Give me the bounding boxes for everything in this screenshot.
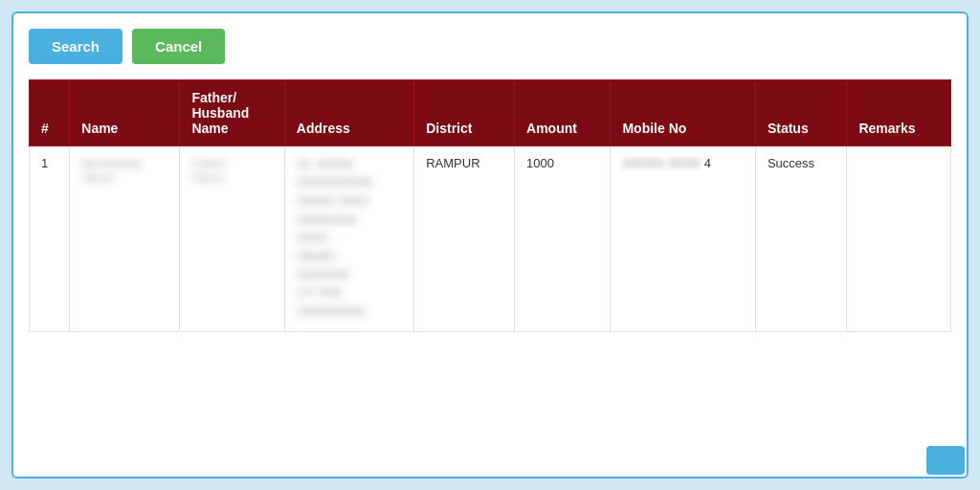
cell-status: Success	[755, 146, 847, 332]
col-header-father-husband: Father/HusbandName	[180, 80, 284, 146]
bottom-right-widget[interactable]	[926, 446, 965, 475]
col-header-remarks: Remarks	[847, 80, 951, 146]
cell-mobile: XXXXX XXXX 4	[611, 146, 755, 332]
cell-amount: 1000	[515, 146, 611, 332]
toolbar: Search Cancel	[29, 29, 951, 64]
cell-num: 1	[30, 146, 70, 332]
cell-father-husband: FatherName	[180, 146, 284, 332]
results-table: # Name Father/HusbandName Address Distri…	[29, 79, 951, 332]
cell-name: BeneficiaryName	[70, 146, 180, 332]
col-header-mobile: Mobile No	[611, 80, 755, 146]
cell-address: 10, XXXXX XXXXXXXXXX XXXXX XXXX XXXXXXXX…	[284, 146, 413, 332]
col-header-district: District	[414, 80, 515, 146]
table-header-row: # Name Father/HusbandName Address Distri…	[30, 80, 951, 146]
col-header-name: Name	[70, 80, 180, 146]
col-header-amount: Amount	[515, 80, 611, 146]
col-header-status: Status	[755, 80, 847, 146]
cell-district: RAMPUR	[414, 146, 515, 332]
table-row: 1 BeneficiaryName FatherName 10, XXXXX X…	[30, 146, 951, 332]
col-header-address: Address	[284, 80, 413, 146]
main-container: Search Cancel # Name Father/HusbandName …	[11, 11, 969, 479]
col-header-num: #	[30, 80, 70, 146]
search-button[interactable]: Search	[29, 29, 122, 64]
cell-remarks	[847, 146, 951, 332]
cancel-button[interactable]: Cancel	[132, 29, 225, 64]
